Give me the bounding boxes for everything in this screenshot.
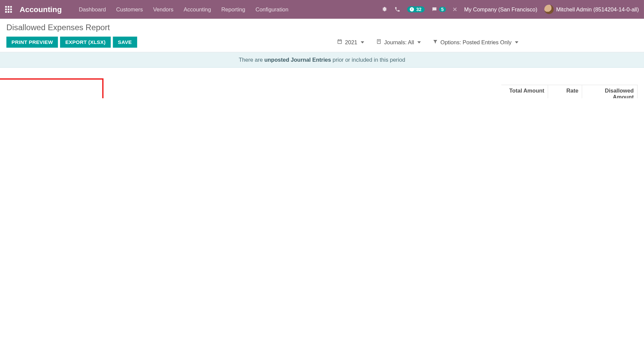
alert-text-post: prior or included in this period (331, 57, 405, 63)
bug-icon[interactable] (382, 6, 388, 12)
close-icon[interactable]: ✕ (452, 6, 457, 12)
journals-filter[interactable]: Journals: All (376, 39, 421, 46)
page-title: Disallowed Expenses Report (6, 23, 638, 33)
phone-icon[interactable] (394, 6, 400, 12)
table-header-row: Total Amount Rate Disallowed Amount (6, 85, 638, 98)
nav-item-vendors[interactable]: Vendors (153, 6, 173, 12)
unposted-entries-alert[interactable]: There are unposted Journal Entries prior… (0, 52, 644, 68)
print-preview-button[interactable]: PRINT PREVIEW (6, 37, 58, 48)
svg-rect-3 (5, 8, 7, 10)
chevron-down-icon (515, 41, 518, 43)
col-header-rate: Rate (548, 85, 582, 98)
nav-item-dashboard[interactable]: Dashboard (79, 6, 106, 12)
date-filter-value: 2021 (345, 39, 358, 45)
control-panel: Disallowed Expenses Report PRINT PREVIEW… (0, 19, 644, 52)
export-xlsx-button[interactable]: EXPORT (XLSX) (60, 37, 111, 48)
options-label: Options: (440, 39, 461, 45)
messages-badge[interactable]: 5 (431, 6, 446, 12)
nav-item-configuration[interactable]: Configuration (256, 6, 288, 12)
filter-icon (433, 39, 438, 45)
svg-rect-0 (5, 6, 7, 8)
messages-count: 5 (439, 7, 446, 12)
alert-text-bold: unposted Journal Entries (264, 57, 331, 63)
options-filter[interactable]: Options: Posted Entries Only (433, 39, 518, 46)
user-menu[interactable]: Mitchell Admin (8514204-14-0-all) (544, 5, 639, 14)
svg-rect-8 (10, 11, 12, 13)
nav-item-accounting[interactable]: Accounting (184, 6, 211, 12)
svg-rect-5 (10, 8, 12, 10)
app-brand[interactable]: Accounting (19, 5, 62, 14)
activities-count: 32 (416, 7, 422, 12)
calendar-icon (337, 39, 342, 46)
svg-rect-1 (8, 6, 9, 8)
nav-menu: Dashboard Customers Vendors Accounting R… (79, 6, 288, 12)
alert-text-pre: There are (239, 57, 264, 63)
svg-rect-7 (8, 11, 9, 13)
activities-badge[interactable]: 32 (407, 6, 424, 12)
avatar (544, 5, 553, 14)
svg-rect-4 (8, 8, 9, 10)
options-value: Posted Entries Only (463, 39, 512, 45)
nav-item-customers[interactable]: Customers (116, 6, 143, 12)
nav-item-reporting[interactable]: Reporting (221, 6, 246, 12)
chevron-down-icon (417, 41, 421, 43)
user-name: Mitchell Admin (8514204-14-0-all) (556, 6, 639, 12)
journals-value: All (408, 39, 414, 45)
svg-rect-2 (10, 6, 12, 8)
book-icon (376, 39, 382, 46)
date-filter[interactable]: 2021 (337, 39, 364, 46)
svg-rect-6 (5, 11, 7, 13)
company-selector[interactable]: My Company (San Francisco) (464, 6, 537, 12)
main-navbar: Accounting Dashboard Customers Vendors A… (0, 0, 644, 19)
journals-label: Journals: (384, 39, 407, 45)
nav-right: 32 5 ✕ My Company (San Francisco) Mitche… (382, 5, 639, 14)
col-header-disallowed: Disallowed Amount (582, 85, 638, 98)
save-button[interactable]: SAVE (113, 37, 137, 48)
apps-icon[interactable] (5, 6, 12, 13)
report-table: Total Amount Rate Disallowed Amount 1234… (0, 68, 644, 98)
chevron-down-icon (361, 41, 364, 43)
col-header-total: Total Amount (501, 85, 548, 98)
